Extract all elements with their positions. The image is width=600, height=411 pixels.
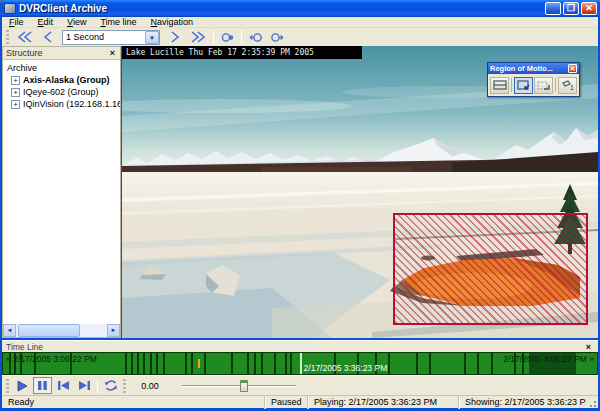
motion-region-overlay[interactable] <box>393 213 588 325</box>
timeline-event-mark <box>464 353 466 375</box>
scrollbar-track[interactable] <box>16 324 107 337</box>
refresh-icon <box>104 379 118 392</box>
pause-button[interactable] <box>33 377 52 394</box>
full-frame-region-button[interactable] <box>490 77 509 94</box>
transport-bar: 0.00 <box>2 375 598 395</box>
timeline-end-label: 2/17/2005 4:06:22 PM » <box>503 354 594 364</box>
draw-region-icon <box>517 80 531 91</box>
skip-to-end-button[interactable] <box>75 377 94 394</box>
skip-to-start-button[interactable] <box>54 377 73 394</box>
erase-region-button[interactable] <box>534 77 553 94</box>
timeline-event-mark <box>388 353 390 375</box>
next-event-button[interactable] <box>267 29 286 45</box>
slider-thumb[interactable] <box>240 380 248 392</box>
status-bar: Ready Paused Playing: 2/17/2005 3:36:23 … <box>2 395 598 408</box>
draw-region-button[interactable] <box>514 77 533 94</box>
tree-item-label: IQinVision (192.168.1.168:88) <box>23 99 120 109</box>
timeline-event-mark <box>274 353 276 375</box>
timeline-event-mark <box>491 353 493 375</box>
erase-region-icon <box>537 80 551 91</box>
step-back-button[interactable] <box>38 29 57 45</box>
step-forward-button[interactable] <box>165 29 184 45</box>
expand-icon[interactable]: + <box>11 100 20 109</box>
previous-event-button[interactable] <box>246 29 265 45</box>
region-of-motion-palette: Region of Motio... ✕ 1 <box>487 62 580 97</box>
tree-item-label: IQeye-602 (Group) <box>23 87 99 97</box>
close-button[interactable]: ✕ <box>581 2 597 15</box>
slider-track[interactable] <box>182 385 296 387</box>
timeline-title: Time Line <box>6 342 583 352</box>
pause-icon <box>37 380 48 391</box>
toolbar-grip[interactable] <box>6 30 9 44</box>
timeline-bar[interactable]: « 2/17/2005 3:06:22 PM 2/17/2005 4:06:22… <box>2 352 598 375</box>
timeline-event-mark <box>163 353 165 375</box>
scrollbar-thumb[interactable] <box>18 324 80 337</box>
menu-view[interactable]: View <box>60 17 93 27</box>
app-icon <box>4 3 16 14</box>
timeline-event-mark <box>204 353 206 375</box>
timeline-event-mark <box>231 353 233 375</box>
status-showing: Showing: 2/17/2005 3:36:23 PM <box>459 396 586 409</box>
full-frame-region-icon <box>493 80 507 90</box>
region-number-icon: 1 <box>561 80 575 91</box>
transport-grip[interactable] <box>6 379 9 393</box>
expand-icon[interactable]: + <box>11 76 20 85</box>
status-playing: Playing: 2/17/2005 3:36:23 PM <box>308 396 459 409</box>
svg-text:1: 1 <box>570 84 574 91</box>
double-right-arrow-icon <box>190 31 206 43</box>
tree-item[interactable]: +Axis-Alaska (Group) <box>7 74 120 86</box>
maximize-button[interactable]: ❐ <box>563 2 579 15</box>
interval-combobox[interactable]: 1 Second ▼ <box>62 30 160 45</box>
slider-section-grip[interactable] <box>123 379 126 393</box>
minimize-button[interactable]: _ <box>545 2 561 15</box>
step-back-fast-button[interactable] <box>13 29 36 45</box>
structure-panel: Structure × Archive+Axis-Alaska (Group)+… <box>2 46 121 338</box>
timeline-event-mark <box>254 353 256 375</box>
video-viewport[interactable]: Lake Lucille Thu Feb 17 2:35:39 PM 2005 … <box>122 46 598 338</box>
palette-title-bar[interactable]: Region of Motio... ✕ <box>488 63 579 74</box>
tree-item[interactable]: Archive <box>7 62 120 74</box>
scroll-left-icon[interactable]: ◄ <box>3 324 16 337</box>
step-forward-fast-button[interactable] <box>186 29 209 45</box>
title-bar[interactable]: DVRClient Archive _ ❐ ✕ <box>0 0 600 17</box>
timeline-event-mark <box>290 353 292 375</box>
skip-to-end-icon <box>78 380 91 391</box>
timeline-playhead[interactable] <box>300 353 302 375</box>
right-arrow-icon <box>170 31 180 43</box>
window-title: DVRClient Archive <box>19 3 545 14</box>
tree-item[interactable]: +IQinVision (192.168.1.168:88) <box>7 98 120 110</box>
scroll-right-icon[interactable]: ► <box>107 324 120 337</box>
go-to-time-icon <box>221 32 235 43</box>
menu-file[interactable]: File <box>2 17 31 27</box>
palette-title: Region of Motio... <box>490 64 568 73</box>
tree-item-label: Archive <box>7 63 37 73</box>
timeline-event-mark <box>429 353 431 375</box>
timeline-start-label: « 2/17/2005 3:06:22 PM <box>6 354 97 364</box>
play-button[interactable] <box>12 377 31 394</box>
structure-close-icon[interactable]: × <box>108 48 117 58</box>
tree-item[interactable]: +IQeye-602 (Group) <box>7 86 120 98</box>
timeline-event-mark <box>191 353 193 375</box>
go-to-time-button[interactable] <box>218 29 237 45</box>
refresh-button[interactable] <box>101 377 120 394</box>
speed-slider[interactable] <box>182 379 296 393</box>
menu-navigation[interactable]: Navigation <box>144 17 201 27</box>
structure-tree: Archive+Axis-Alaska (Group)+IQeye-602 (G… <box>3 60 120 323</box>
menu-time-line[interactable]: Time line <box>93 17 143 27</box>
timeline-event-mark <box>137 353 139 375</box>
timeline-event-mark <box>285 353 287 375</box>
menu-edit[interactable]: Edit <box>31 17 61 27</box>
resize-grip[interactable] <box>586 396 598 408</box>
interval-value: 1 Second <box>63 32 145 42</box>
region-number-button[interactable]: 1 <box>558 77 577 94</box>
timeline-event-mark <box>125 353 127 375</box>
status-ready: Ready <box>2 396 265 409</box>
structure-panel-title: Structure <box>6 48 108 58</box>
timeline-event-mark <box>416 353 418 375</box>
double-left-arrow-icon <box>17 31 33 43</box>
expand-icon[interactable]: + <box>11 88 20 97</box>
structure-hscrollbar[interactable]: ◄ ► <box>3 324 120 337</box>
timeline-close-icon[interactable]: × <box>583 342 594 352</box>
combo-dropdown-icon[interactable]: ▼ <box>145 31 159 44</box>
palette-close-icon[interactable]: ✕ <box>568 64 577 73</box>
